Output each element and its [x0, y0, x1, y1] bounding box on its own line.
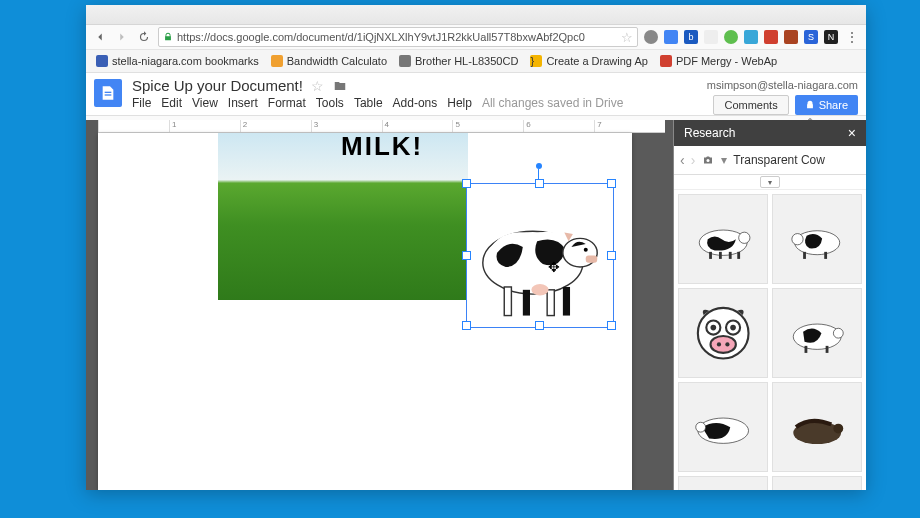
research-forward-button[interactable]: ›	[691, 152, 696, 168]
bookmark-label: Brother HL-L8350CD	[415, 55, 518, 67]
bookmark-item[interactable]: stella-niagara.com bookmarks	[96, 55, 259, 67]
menu-addons[interactable]: Add-ons	[393, 96, 438, 110]
menu-help[interactable]: Help	[447, 96, 472, 110]
share-label: Share	[819, 99, 848, 111]
star-icon[interactable]: ☆	[311, 78, 324, 94]
url-text: https://docs.google.com/document/d/1iQjN…	[177, 31, 617, 43]
comments-button[interactable]: Comments	[713, 95, 788, 115]
menu-insert[interactable]: Insert	[228, 96, 258, 110]
svg-point-28	[717, 342, 721, 346]
menu-edit[interactable]: Edit	[161, 96, 182, 110]
ext-icon[interactable]: b	[684, 30, 698, 44]
svg-point-11	[707, 159, 710, 162]
menu-format[interactable]: Format	[268, 96, 306, 110]
svg-point-25	[710, 325, 716, 331]
ext-icon[interactable]	[664, 30, 678, 44]
resize-handle[interactable]	[607, 251, 616, 260]
svg-point-4	[584, 248, 588, 252]
resize-handle[interactable]	[535, 321, 544, 330]
close-icon[interactable]: ×	[848, 125, 856, 141]
ext-icon[interactable]	[704, 30, 718, 44]
star-icon[interactable]: ☆	[621, 30, 633, 45]
resize-handle[interactable]	[462, 321, 471, 330]
canvas-area[interactable]: 123 4567 MILK!	[86, 120, 673, 490]
resize-handle[interactable]	[607, 321, 616, 330]
ext-icon[interactable]	[644, 30, 658, 44]
svg-rect-21	[824, 252, 827, 259]
browser-window: https://docs.google.com/document/d/1iQjN…	[86, 5, 866, 490]
svg-rect-8	[547, 290, 554, 316]
svg-point-10	[531, 284, 548, 295]
menu-tools[interactable]: Tools	[316, 96, 344, 110]
svg-rect-16	[729, 252, 732, 259]
ext-icon[interactable]	[764, 30, 778, 44]
research-panel: Research × ‹ › ▾ Transparent Cow ▾	[673, 120, 866, 490]
folder-icon[interactable]	[332, 79, 348, 93]
research-back-button[interactable]: ‹	[680, 152, 685, 168]
result-thumb[interactable]	[678, 194, 768, 284]
svg-rect-20	[803, 252, 806, 259]
cow-illustration	[467, 184, 613, 327]
extension-row: b S N ⋮	[644, 29, 860, 45]
result-thumb[interactable]	[678, 288, 768, 378]
back-button[interactable]	[92, 29, 108, 45]
account-email[interactable]: msimpson@stella-niagara.com	[707, 79, 858, 91]
research-nav: ‹ › ▾ Transparent Cow	[674, 146, 866, 175]
ext-icon[interactable]: S	[804, 30, 818, 44]
svg-rect-33	[825, 346, 828, 353]
resize-handle[interactable]	[535, 179, 544, 188]
result-thumb[interactable]	[772, 288, 862, 378]
ext-icon[interactable]	[784, 30, 798, 44]
research-filter-dropdown[interactable]: ▾	[760, 176, 780, 188]
research-title: Research	[684, 126, 735, 140]
ext-icon[interactable]: N	[824, 30, 838, 44]
resize-handle[interactable]	[462, 179, 471, 188]
menu-bar: File Edit View Insert Format Tools Table…	[132, 96, 697, 110]
bookmark-item[interactable]: }Create a Drawing Ap	[530, 55, 648, 67]
menu-table[interactable]: Table	[354, 96, 383, 110]
bookmark-item[interactable]: Bandwidth Calculato	[271, 55, 387, 67]
bookmark-label: PDF Mergy - WebAp	[676, 55, 777, 67]
save-status: All changes saved in Drive	[482, 96, 623, 110]
resize-handle[interactable]	[462, 251, 471, 260]
docs-logo[interactable]	[94, 79, 122, 107]
document-page[interactable]: MILK!	[98, 133, 632, 490]
ext-icon[interactable]	[724, 30, 738, 44]
svg-rect-14	[709, 252, 712, 259]
forward-button[interactable]	[114, 29, 130, 45]
svg-point-13	[738, 232, 749, 243]
research-query[interactable]: Transparent Cow	[733, 153, 825, 167]
reload-button[interactable]	[136, 29, 152, 45]
menu-file[interactable]: File	[132, 96, 151, 110]
svg-point-26	[730, 325, 736, 331]
chrome-menu-icon[interactable]: ⋮	[844, 29, 860, 45]
rotate-handle[interactable]	[536, 163, 542, 169]
lock-icon	[163, 32, 173, 42]
docs-header: Spice Up your Document! ☆ File Edit View…	[86, 73, 866, 115]
research-results-grid[interactable]	[674, 190, 866, 490]
result-thumb[interactable]	[772, 382, 862, 472]
document-title[interactable]: Spice Up your Document!	[132, 77, 303, 94]
result-thumb[interactable]	[678, 476, 768, 490]
page-title-text: MILK!	[341, 131, 423, 162]
menu-view[interactable]: View	[192, 96, 218, 110]
selected-cow-image[interactable]: ✥	[466, 183, 612, 326]
ext-icon[interactable]	[744, 30, 758, 44]
svg-rect-9	[563, 287, 570, 316]
address-bar-row: https://docs.google.com/document/d/1iQjN…	[86, 25, 866, 50]
svg-point-31	[833, 328, 843, 338]
result-thumb[interactable]	[772, 476, 862, 490]
svg-rect-15	[719, 252, 722, 259]
url-bar[interactable]: https://docs.google.com/document/d/1iQjN…	[158, 27, 638, 47]
result-thumb[interactable]	[678, 382, 768, 472]
bookmark-item[interactable]: PDF Mergy - WebAp	[660, 55, 777, 67]
bookmark-label: Bandwidth Calculato	[287, 55, 387, 67]
image-search-icon[interactable]	[701, 154, 715, 166]
svg-rect-17	[737, 252, 740, 259]
work-area: 123 4567 MILK!	[86, 120, 866, 490]
bookmark-item[interactable]: Brother HL-L8350CD	[399, 55, 518, 67]
svg-rect-5	[586, 256, 597, 263]
resize-handle[interactable]	[607, 179, 616, 188]
result-thumb[interactable]	[772, 194, 862, 284]
share-button[interactable]: Share	[795, 95, 858, 115]
